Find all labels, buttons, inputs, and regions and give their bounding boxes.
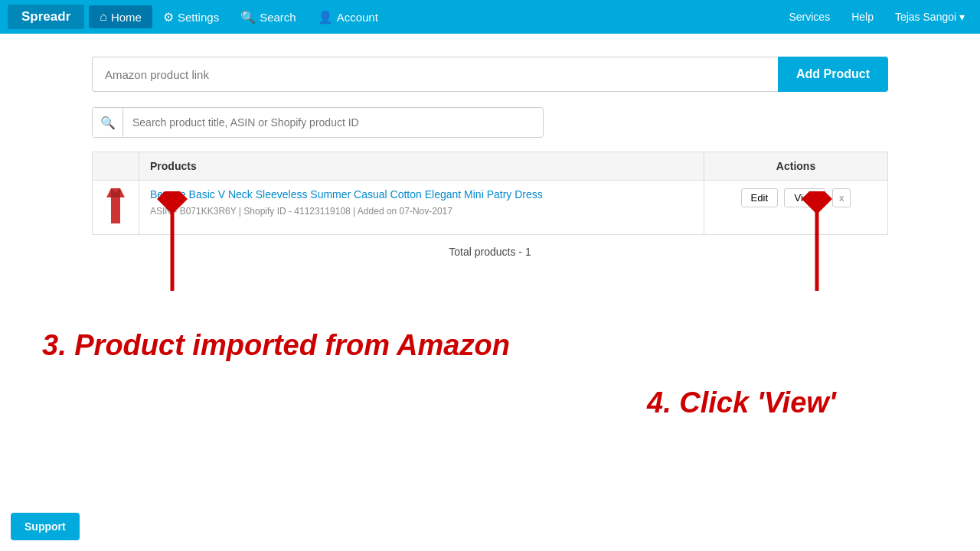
nav-search[interactable]: 🔍 Search (230, 5, 307, 29)
home-icon: ⌂ (100, 10, 107, 24)
product-info-cell: Beyove Basic V Neck Sleeveless Summer Ca… (139, 181, 704, 235)
col-image (93, 152, 139, 181)
nav-user[interactable]: Tejas Sangoi ▾ (887, 7, 972, 27)
col-actions: Actions (704, 152, 888, 181)
step3-annotation: 3. Product imported from Amazon (42, 329, 510, 362)
delete-button[interactable]: x (832, 188, 851, 207)
nav-account[interactable]: 👤 Account (307, 5, 389, 29)
product-table: Products Actions Beyove Basic V Neck Sle… (92, 152, 888, 235)
gear-icon: ⚙ (163, 10, 174, 24)
total-products: Total products - 1 (92, 246, 888, 258)
search-icon-button[interactable]: 🔍 (93, 107, 123, 138)
nav-services[interactable]: Services (781, 7, 838, 27)
product-image (103, 188, 128, 223)
table-header-row: Products Actions (93, 152, 888, 181)
nav-settings[interactable]: ⚙ Settings (152, 5, 230, 29)
edit-button[interactable]: Edit (741, 188, 778, 207)
support-button[interactable]: Support (11, 513, 80, 540)
amazon-link-input[interactable] (92, 57, 778, 92)
nav-brand[interactable]: Spreadr (8, 5, 84, 29)
add-product-row: Add Product (92, 57, 888, 92)
col-products: Products (139, 152, 704, 181)
search-icon: 🔍 (100, 116, 116, 130)
table-row: Beyove Basic V Neck Sleeveless Summer Ca… (93, 181, 888, 235)
add-product-button[interactable]: Add Product (778, 57, 888, 92)
search-row: 🔍 (92, 107, 544, 138)
account-icon: 👤 (318, 10, 333, 24)
main-content: Add Product 🔍 Products Actions (0, 34, 980, 273)
product-title-link[interactable]: Beyove Basic V Neck Sleeveless Summer Ca… (150, 188, 693, 201)
search-icon: 🔍 (240, 10, 256, 24)
step4-annotation: 4. Click 'View' (647, 386, 836, 419)
product-actions-cell: Edit View x (704, 181, 888, 235)
product-meta: ASIN - B071KK3R6Y | Shopify ID - 4112311… (150, 206, 452, 217)
product-search-input[interactable] (123, 116, 543, 129)
product-image-cell (93, 181, 139, 235)
navbar: Spreadr ⌂ Home ⚙ Settings 🔍 Search 👤 Acc… (0, 0, 980, 34)
nav-right: Services Help Tejas Sangoi ▾ (781, 7, 972, 27)
nav-help[interactable]: Help (844, 7, 881, 27)
nav-home[interactable]: ⌂ Home (89, 5, 152, 28)
view-button[interactable]: View (784, 188, 825, 207)
